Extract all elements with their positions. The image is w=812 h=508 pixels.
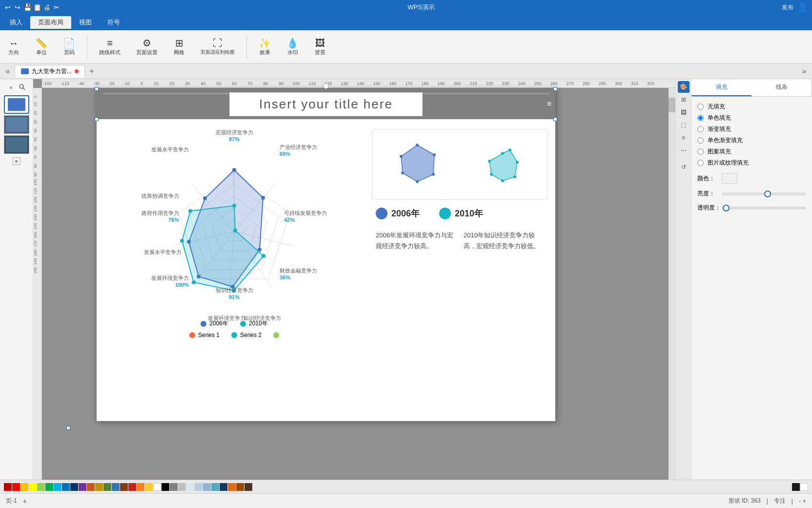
scrollbar-v[interactable]: ▼ xyxy=(669,88,675,480)
palette-black[interactable] xyxy=(792,483,800,491)
palette-color-26[interactable] xyxy=(211,483,219,491)
publish-btn[interactable]: 发布 xyxy=(782,3,793,12)
palette-color-5[interactable] xyxy=(37,483,45,491)
fill-opt-pattern[interactable]: 图案填充 xyxy=(697,148,806,156)
brightness-slider[interactable] xyxy=(722,192,806,195)
palette-color-20[interactable] xyxy=(162,483,169,491)
palette-color-13[interactable] xyxy=(103,483,111,491)
print-icon[interactable]: 🖨 xyxy=(43,3,51,11)
palette-color-12[interactable] xyxy=(95,483,103,491)
slide-thumb-3[interactable] xyxy=(4,135,29,154)
fill-radio-solid[interactable] xyxy=(697,115,704,121)
rotate-handle[interactable] xyxy=(323,83,329,89)
slide-thumb-2[interactable] xyxy=(4,115,29,134)
toolbar-grid[interactable]: ⊞ 网格 xyxy=(169,35,189,58)
zoom-in-btn[interactable]: + xyxy=(803,498,806,505)
fill-radio-none[interactable] xyxy=(697,104,704,110)
palette-color-27[interactable] xyxy=(220,483,227,491)
more-icon-btn[interactable]: ⋯ xyxy=(678,145,690,156)
slide-resize-br[interactable] xyxy=(66,426,70,430)
menu-view[interactable]: 视图 xyxy=(71,16,100,29)
palette-color-3[interactable] xyxy=(20,483,28,491)
palette-color-29[interactable] xyxy=(236,483,244,491)
palette-color-23[interactable] xyxy=(186,483,194,491)
menu-symbol[interactable]: 符号 xyxy=(100,16,128,29)
toolbar-watermark[interactable]: 💧 水印 xyxy=(283,35,303,58)
palette-color-21[interactable] xyxy=(170,483,178,491)
slide-canvas[interactable]: Insert your title here ≡ xyxy=(97,89,555,421)
menu-insert[interactable]: 插入 xyxy=(2,16,30,29)
palette-color-15[interactable] xyxy=(120,483,128,491)
resize-handle-tl[interactable] xyxy=(95,87,99,91)
palette-color-4[interactable] xyxy=(29,483,37,491)
shape-thumb-1[interactable] xyxy=(4,95,29,114)
layout-icon-btn[interactable]: ⊞ xyxy=(678,94,690,106)
fill-opt-texture[interactable]: 图片或纹理填充 xyxy=(697,159,806,167)
scrollbar-v-thumb[interactable] xyxy=(669,98,675,112)
transparency-thumb[interactable] xyxy=(723,205,730,212)
palette-color-17[interactable] xyxy=(137,483,144,491)
palette-color-19[interactable] xyxy=(153,483,161,491)
focus-mode-btn[interactable]: 专注 xyxy=(774,497,786,505)
copy-icon[interactable]: 📋 xyxy=(33,3,41,11)
toolbar-fit-drawing[interactable]: ⛶ 页面适应到绘图 xyxy=(197,36,239,58)
menu-page-layout[interactable]: 页面布局 xyxy=(30,16,71,29)
palette-color-28[interactable] xyxy=(228,483,236,491)
brightness-thumb[interactable] xyxy=(764,190,771,197)
toolbar-direction[interactable]: ↔ 方向 xyxy=(4,36,23,58)
toolbar-line-style[interactable]: ≡ 跳线样式 xyxy=(95,36,124,58)
align-icon-btn[interactable]: ≡ xyxy=(678,132,690,144)
slide-title-handle[interactable]: ≡ xyxy=(547,100,551,108)
toolbar-page-num[interactable]: 📄 页码 xyxy=(59,35,79,58)
fill-opt-none[interactable]: 无填充 xyxy=(697,103,806,111)
palette-color-8[interactable] xyxy=(62,483,70,491)
toolbar-unit[interactable]: 📏 单位 xyxy=(31,35,51,58)
palette-color-2[interactable] xyxy=(12,483,20,491)
palette-color-24[interactable] xyxy=(195,483,203,491)
palette-color-14[interactable] xyxy=(112,483,120,491)
resize-handle-bl[interactable] xyxy=(95,117,99,121)
palette-color-1[interactable] xyxy=(4,483,12,491)
palette-color-10[interactable] xyxy=(79,483,86,491)
resize-handle-br[interactable] xyxy=(553,117,557,121)
zoom-out-btn[interactable]: - xyxy=(799,498,801,505)
transparency-slider[interactable] xyxy=(722,207,806,210)
fill-radio-texture[interactable] xyxy=(697,160,704,166)
slide-title[interactable]: Insert your title here xyxy=(229,92,423,116)
fill-radio-pattern[interactable] xyxy=(697,148,704,155)
fill-opt-solid[interactable]: 单色填充 xyxy=(697,114,806,122)
palette-color-16[interactable] xyxy=(128,483,136,491)
palette-color-30[interactable] xyxy=(244,483,252,491)
toolbar-page-setup[interactable]: ⚙ 页面设置 xyxy=(132,35,162,58)
collapse-btn[interactable]: « xyxy=(6,82,16,92)
avatar-icon[interactable]: 👤 xyxy=(797,2,808,13)
palette-color-6[interactable] xyxy=(45,483,53,491)
palette-color-7[interactable] xyxy=(54,483,61,491)
image-icon-btn[interactable]: 🖼 xyxy=(678,106,690,118)
palette-color-25[interactable] xyxy=(203,483,211,491)
fill-radio-gradient-mono[interactable] xyxy=(697,137,704,144)
tab-fill[interactable]: 填充 xyxy=(691,79,751,96)
fill-icon-btn[interactable]: 🎨 xyxy=(678,81,690,93)
search-btn[interactable] xyxy=(17,82,27,92)
resize-handle-tr[interactable] xyxy=(553,87,557,91)
fill-opt-gradient[interactable]: 渐变填充 xyxy=(697,125,806,133)
fill-radio-gradient[interactable] xyxy=(697,126,704,132)
history-icon-btn[interactable]: ↺ xyxy=(678,161,690,173)
toolbar-background[interactable]: 🖼 背景 xyxy=(310,36,330,58)
tab-collapse-left[interactable]: « xyxy=(2,65,14,77)
undo-icon[interactable]: ↩ xyxy=(4,3,12,11)
layers-icon-btn[interactable]: ⬚ xyxy=(678,119,690,131)
palette-color-18[interactable] xyxy=(145,483,153,491)
cut-icon[interactable]: ✂ xyxy=(53,3,61,11)
file-tab-active[interactable]: 九大竞争力雷... xyxy=(15,65,85,78)
save-icon[interactable]: 💾 xyxy=(23,3,31,11)
palette-color-22[interactable] xyxy=(178,483,186,491)
tab-line[interactable]: 线条 xyxy=(751,79,812,96)
add-tab-btn[interactable]: + xyxy=(86,65,98,77)
redo-icon[interactable]: ↪ xyxy=(14,3,21,11)
palette-color-11[interactable] xyxy=(87,483,95,491)
add-page-btn[interactable]: + xyxy=(23,497,27,505)
tab-collapse-right[interactable]: » xyxy=(798,65,810,77)
palette-color-9[interactable] xyxy=(70,483,78,491)
